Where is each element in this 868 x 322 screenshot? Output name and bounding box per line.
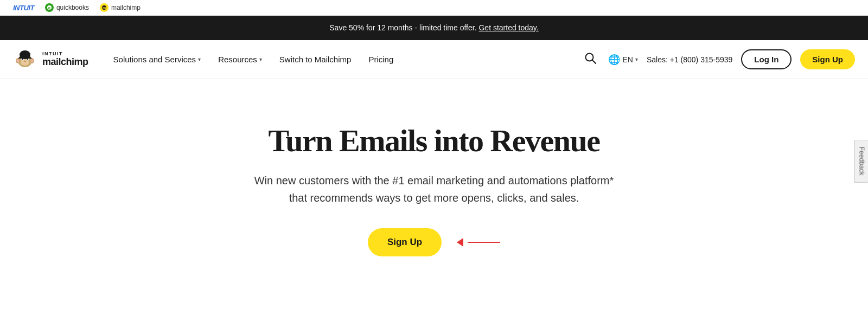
hero-arrow-indicator — [458, 238, 500, 247]
svg-line-18 — [592, 60, 596, 63]
nav-mailchimp-text: mailchimp — [42, 57, 88, 68]
nav-logo-text: INTUIT mailchimp — [42, 51, 88, 68]
intuit-brand-logo: INTUIT — [13, 4, 34, 12]
nav-resources-chevron-icon: ▾ — [259, 56, 262, 62]
language-label: EN — [622, 55, 633, 64]
login-button[interactable]: Log In — [741, 49, 792, 69]
nav-solutions-label: Solutions and Services — [113, 55, 196, 64]
hero-subtitle-line1: Win new customers with the #1 email mark… — [254, 175, 614, 186]
feedback-tab[interactable]: Feedback — [854, 140, 868, 183]
quickbooks-icon: q — [45, 3, 54, 12]
mailchimp-top-icon: m — [100, 3, 108, 12]
hero-subtitle-line2: that recommends ways to get more opens, … — [289, 192, 579, 204]
nav-item-resources[interactable]: Resources ▾ — [210, 50, 270, 68]
search-button[interactable] — [581, 49, 599, 70]
nav-right: 🌐 EN ▾ Sales: +1 (800) 315-5939 Log In S… — [581, 49, 855, 70]
promo-cta-link[interactable]: Get started today. — [478, 23, 538, 32]
quickbooks-link[interactable]: q quickbooks — [45, 3, 89, 12]
svg-point-15 — [24, 60, 26, 61]
globe-icon: 🌐 — [608, 54, 620, 66]
arrow-head-icon — [457, 238, 463, 247]
sales-phone: Sales: +1 (800) 315-5939 — [647, 55, 732, 64]
intuit-top-bar: INTUIT q quickbooks m mailchimp — [0, 0, 868, 16]
nav-signup-button[interactable]: Sign Up — [800, 49, 855, 69]
nav-item-switch[interactable]: Switch to Mailchimp — [272, 50, 359, 68]
main-nav: INTUIT mailchimp Solutions and Services … — [0, 40, 868, 79]
mailchimp-top-link[interactable]: m mailchimp — [100, 3, 141, 12]
svg-point-9 — [17, 59, 20, 62]
arrow-line-icon — [468, 242, 500, 243]
mailchimp-monkey-logo — [13, 48, 37, 72]
hero-cta-area: Sign Up — [11, 228, 857, 256]
quickbooks-label: quickbooks — [56, 4, 89, 11]
promo-text: Save 50% for 12 months - limited time of… — [329, 23, 476, 32]
nav-resources-label: Resources — [218, 55, 257, 64]
svg-point-10 — [31, 59, 34, 62]
search-icon — [584, 52, 596, 64]
nav-item-pricing[interactable]: Pricing — [361, 50, 401, 68]
hero-subtitle: Win new customers with the #1 email mark… — [244, 172, 624, 207]
nav-item-solutions[interactable]: Solutions and Services ▾ — [106, 50, 209, 68]
language-selector[interactable]: 🌐 EN ▾ — [608, 54, 637, 66]
nav-logo[interactable]: INTUIT mailchimp — [13, 48, 88, 72]
hero-signup-button[interactable]: Sign Up — [368, 228, 442, 256]
nav-pricing-label: Pricing — [368, 55, 393, 64]
language-chevron-icon: ▾ — [635, 56, 638, 62]
mailchimp-top-label: mailchimp — [111, 4, 141, 11]
nav-switch-label: Switch to Mailchimp — [279, 55, 352, 64]
nav-solutions-chevron-icon: ▾ — [198, 56, 201, 62]
promo-banner: Save 50% for 12 months - limited time of… — [0, 16, 868, 40]
svg-text:m: m — [103, 6, 106, 10]
svg-text:q: q — [48, 6, 50, 10]
hero-section: Turn Emails into Revenue Win new custome… — [0, 79, 868, 289]
svg-point-16 — [20, 50, 30, 59]
nav-items: Solutions and Services ▾ Resources ▾ Swi… — [106, 50, 582, 68]
hero-title: Turn Emails into Revenue — [11, 123, 857, 159]
